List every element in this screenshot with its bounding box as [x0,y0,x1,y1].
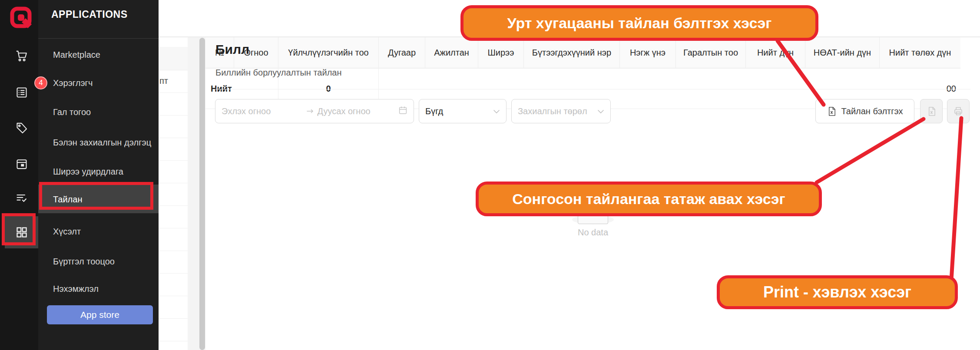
report-list-header-band [159,47,188,70]
col-header-output-count: Гаралтын тоо [676,37,746,68]
generate-report-button[interactable]: Тайлан бэлтгэх [815,99,914,123]
applications-flyout: APPLICATIONS Marketplace Хэрэглэгч Гал т… [38,0,159,350]
divider [215,89,970,89]
vertical-scrollbar[interactable] [199,38,205,350]
menu-item-report[interactable]: Тайлан [53,194,82,205]
menu-item-request[interactable]: Хүсэлт [53,226,81,237]
order-type-placeholder: Захиалгын төрөл [518,106,597,116]
chevron-down-icon [597,106,604,116]
branch-select-value: Бүгд [425,106,493,116]
date-range-picker[interactable]: Эхлэх огноо Дуусах огноо [215,99,414,123]
menu-item-customer[interactable]: Хэрэглэгч [53,77,93,89]
menu-item-table-management[interactable]: Ширээ удирдлага [53,166,123,177]
app-store-button[interactable]: App store [47,305,153,324]
col-header-total: Нийт дүн [746,37,805,68]
empty-state [215,198,970,227]
chevron-down-icon [493,106,500,116]
list-item[interactable] [159,161,188,183]
end-date-input[interactable]: Дуусах огноо [318,106,399,116]
col-header-unit-price: Нэгж үнэ [620,37,676,68]
order-check-icon[interactable] [14,190,30,206]
start-date-input[interactable]: Эхлэх огноо [222,106,303,116]
list-item[interactable] [159,319,188,341]
table-header-row: № Огноо Үйлчлүүлэгчийн тоо Дугаар Ажилта… [205,37,960,68]
list-item[interactable] [159,93,188,116]
generate-report-label: Тайлан бэлтгэх [841,106,903,116]
page-title: Билл [215,42,249,57]
tag-icon[interactable] [14,120,30,136]
list-item[interactable] [159,116,188,138]
col-header-product-name: Бүтээгдэхүүний нэр [524,37,620,68]
list-item[interactable] [159,138,188,161]
applications-title: APPLICATIONS [51,9,128,20]
page-subtitle: Биллийн борлуулалтын тайлан [215,68,342,78]
col-header-total-payable: Нийт төлөх дүн [880,37,960,68]
list-item[interactable] [159,296,188,319]
list-item[interactable] [159,183,188,206]
empty-box-icon [572,198,614,225]
app-logo[interactable] [9,5,33,30]
col-header-employee: Ажилтан [425,37,478,68]
col-header-table: Ширээ [478,37,524,68]
order-list-icon[interactable] [14,85,30,100]
print-button[interactable] [947,99,970,123]
list-item[interactable] [159,274,188,296]
report-card: Билл Биллийн борлуулалтын тайлан Эхлэх о… [205,37,980,350]
icon-rail [0,0,38,350]
branch-select[interactable]: Бүгд [419,99,507,123]
top-bar [159,0,980,37]
col-header-customer-count: Үйлчлүүлэгчийн тоо [278,37,379,68]
app-grid-icon[interactable] [14,225,30,240]
list-item[interactable] [159,228,188,251]
calendar-icon [398,106,407,117]
list-item[interactable] [159,341,188,350]
printer-icon [953,106,963,116]
logo-q-icon [9,5,33,30]
flyout-divider [38,38,159,39]
list-item-label-fragment: пт [159,76,168,86]
swap-right-icon [306,106,314,116]
list-item[interactable] [159,251,188,274]
excel-file-icon [827,106,837,116]
list-item[interactable] [159,206,188,228]
menu-item-invoice[interactable]: Нэхэмжлэл [53,283,99,294]
menu-item-registration[interactable]: Бүртгэл тооцоо [53,256,115,267]
menu-item-ready-orders[interactable]: Бэлэн захиалгын дэлгэц [53,137,151,148]
no-data-text: No data [215,228,970,238]
col-header-number: Дугаар [379,37,425,68]
report-list-panel: пт [159,37,188,350]
excel-file-icon [927,106,937,116]
customer-badge: 4 [34,76,47,89]
cart-icon[interactable] [14,48,30,64]
order-type-select[interactable]: Захиалгын төрөл [511,99,611,123]
download-excel-button[interactable] [920,99,943,123]
menu-item-marketplace[interactable]: Marketplace [53,49,100,60]
menu-item-kitchen[interactable]: Гал тогоо [53,106,91,118]
calendar-icon[interactable] [14,156,30,172]
col-header-vat: НӨАТ-ийн дүн [805,37,880,68]
